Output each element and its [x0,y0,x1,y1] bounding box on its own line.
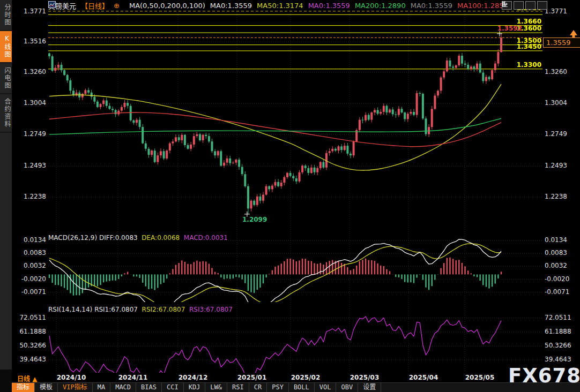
axis-tick: -0.0020 [545,276,569,283]
toolbar-item-MA[interactable]: MA [93,383,110,392]
axis-tick: 39.4643 [545,356,571,363]
toolbar-item-PSY[interactable]: PSY [267,383,289,392]
axis-tick: 1.3771 [545,8,567,15]
axis-tick: 61.1888 [545,328,571,335]
axis-tick: 0.0032 [545,262,567,269]
ma-value: MA0:1.3559 [411,2,452,10]
axis-tick: 0.0032 [16,262,46,269]
axis-tick: 1.3516 [16,38,46,45]
shift-right-icon[interactable] [537,1,547,10]
toolbar-item-VIP指标[interactable]: VIP指标 [58,383,93,392]
axis-tick: 39.4643 [16,356,46,363]
period-high-label: 1.3592 [497,25,522,32]
ma-value: MA200:1.2890 [355,2,406,10]
date-label: 2025/05 [459,374,500,381]
axis-tick: 1.3260 [545,69,567,76]
chart-header: 英镑美元 【日线】 ⊕ MA(0,50,0,200,0,100) MA0:1.3… [48,1,513,10]
ma-values: MA0:1.3559MA50:1.3174MA0:1.3559MA200:1.2… [210,2,513,10]
chart-toolbar-icons [502,1,547,10]
date-label: 2025/01 [232,374,272,381]
axis-tick: 1.3004 [545,100,567,107]
date-label: 2024/11 [113,374,153,381]
axis-tick: 1.2238 [16,193,46,200]
date-label: 2025/03 [344,374,385,381]
toolbar-item-KDJ[interactable]: KDJ [184,383,206,392]
toolbar-item-LW&[interactable]: LW& [205,383,227,392]
axis-tick: 1.2749 [16,131,46,138]
toolbar-item-BOLL[interactable]: BOLL [289,383,315,392]
watermark-logo: FX678 [508,364,580,387]
axis-tick: 0.0083 [16,250,46,257]
axis-tick: 0.0083 [545,250,567,257]
axis-scale-icon[interactable] [514,1,524,10]
trading-app-window: 分时图K线图闪电图合约资料 英镑美元 【日线】 ⊕ MA(0,50,0,200,… [0,0,580,392]
last-price-arrow-icon [570,30,577,37]
toolbar-item-指标[interactable]: 指标 [12,383,35,392]
toolbar-item-OBV[interactable]: OBV [336,383,358,392]
axis-tick: 0.0134 [545,237,567,244]
date-label: 2025/02 [285,374,326,381]
toolbar-item-CR[interactable]: CR [249,383,267,392]
axis-tick: -0.0020 [16,276,46,283]
ma-lines [49,84,501,170]
ma-value: MA0:1.3559 [210,2,252,10]
period-selector[interactable]: 日线 ▲ [17,374,37,383]
ma-value: MA100:1.2858 [457,2,508,10]
level-lines [48,11,542,69]
axis-tick: 50.3266 [545,342,571,349]
ma-value: MA0:1.3559 [308,2,350,10]
axis-tick: 61.1888 [16,328,46,335]
value-gridlines [48,42,542,360]
level-label: 1.3300 [517,61,541,69]
indicator-toolbar: 指标模板VIP指标MAMACDBIASCCIKDJLW&RSICRPSYBOLL… [12,382,580,392]
level-label: 1.3450 [517,43,541,50]
add-icon[interactable]: ⊕ [114,2,120,10]
extreme-markers [244,31,502,217]
axis-tick: 1.3771 [16,8,46,15]
ma-settings: MA(0,50,0,200,0,100) [129,2,205,10]
level-label: 1.3660 [517,18,541,25]
chart-canvas[interactable] [0,0,580,392]
axis-tick: 1.3260 [16,69,46,76]
macd-pane [49,239,501,311]
toolbar-item-RSI[interactable]: RSI [227,383,249,392]
date-label: 2024/10 [51,374,92,381]
axis-tick: 1.2493 [16,162,46,169]
date-axis: 日线 ▲ 2024/102024/112024/122025/012025/02… [12,374,580,382]
date-label: 2025/04 [403,374,444,381]
axis-tick: 1.2493 [545,162,567,169]
last-price-badge: 1.3559 [543,37,580,48]
date-label: 2024/12 [173,374,213,381]
period-low-label: 1.2099 [242,216,267,223]
ma-value: MA50:1.3174 [257,2,303,10]
toolbar-item-BIAS[interactable]: BIAS [136,383,162,392]
candles [48,34,502,214]
axis-tick: 50.3266 [16,342,46,349]
axis-tick: -0.0071 [545,289,569,296]
toolbar-item-VOL[interactable]: VOL [315,383,337,392]
axis-tick: 1.3004 [16,100,46,107]
axis-tick: 0.0134 [16,237,46,244]
toolbar-item-CCI[interactable]: CCI [162,383,184,392]
axis-tick: 1.2749 [545,131,567,138]
toolbar-item-MACD[interactable]: MACD [110,383,136,392]
period-tag[interactable]: 【日线】 [81,1,109,11]
toolbar-item-模板[interactable]: 模板 [35,383,58,392]
axis-play-icon[interactable] [525,1,536,10]
axis-tick: -0.0071 [16,289,46,296]
toolbar-item-设置[interactable]: 设置 [358,383,381,392]
axis-tick: 72.0511 [16,314,46,321]
axis-tick: 1.2238 [545,193,567,200]
axis-tick: 72.0511 [545,314,571,321]
